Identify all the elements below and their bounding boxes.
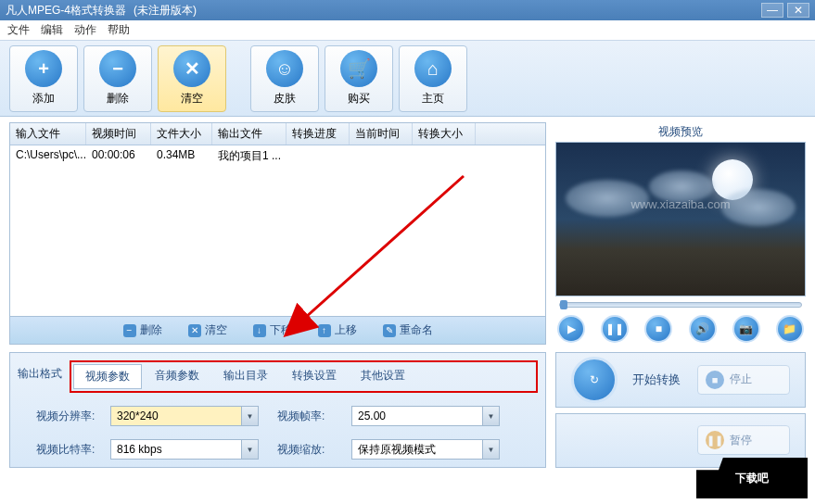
home-button[interactable]: ⌂ 主页 xyxy=(399,45,467,112)
tab-video-params[interactable]: 视频参数 xyxy=(73,364,142,389)
pause-convert-button[interactable]: ❚❚暂停 xyxy=(697,425,790,455)
clear-label: 清空 xyxy=(181,91,203,107)
pause-icon: ❚❚ xyxy=(706,431,724,449)
preview-scene: www.xiazaiba.com xyxy=(556,143,805,296)
delete-label: 删除 xyxy=(107,91,129,107)
camera-icon: 📷 xyxy=(739,322,753,335)
table-row[interactable]: C:\Users\pc\... 00:00:06 0.34MB 我的项目1 ..… xyxy=(10,145,545,167)
resolution-label: 视频分辨率: xyxy=(36,409,110,424)
skin-label: 皮肤 xyxy=(274,91,296,107)
seek-slider[interactable] xyxy=(559,302,802,308)
list-clear[interactable]: ✕清空 xyxy=(188,322,227,338)
snapshot-button[interactable]: 📷 xyxy=(732,315,760,343)
arrow-down-icon: ↓ xyxy=(253,324,266,337)
list-down[interactable]: ↓下移 xyxy=(253,322,292,338)
scale-label: 视频缩放: xyxy=(277,442,351,458)
clear-button[interactable]: ✕ 清空 xyxy=(158,45,226,112)
th-output[interactable]: 输出文件 xyxy=(212,123,287,145)
table-header: 输入文件 视频时间 文件大小 输出文件 转换进度 当前时间 转换大小 xyxy=(10,123,545,145)
home-label: 主页 xyxy=(422,91,444,107)
chevron-down-icon: ▼ xyxy=(482,440,499,459)
volume-button[interactable]: 🔊 xyxy=(689,315,717,343)
menu-action[interactable]: 动作 xyxy=(74,22,96,38)
home-icon: ⌂ xyxy=(414,50,452,87)
folder-icon: 📁 xyxy=(783,322,796,335)
buy-label: 购买 xyxy=(348,91,370,107)
speaker-icon: 🔊 xyxy=(695,322,709,335)
add-label: 添加 xyxy=(32,91,55,107)
start-row: ↻ 开始转换 ■停止 xyxy=(555,352,806,408)
play-button[interactable]: ▶ xyxy=(557,315,585,343)
framerate-dropdown[interactable]: 25.00▼ xyxy=(351,406,500,426)
close-button[interactable]: ✕ xyxy=(787,3,809,18)
smile-icon: ☺ xyxy=(266,50,303,87)
cell-duration: 00:00:06 xyxy=(86,145,151,167)
tab-convert-settings[interactable]: 转换设置 xyxy=(281,364,348,389)
x-icon: ✕ xyxy=(188,324,201,337)
skin-button[interactable]: ☺ 皮肤 xyxy=(250,45,319,112)
menu-file[interactable]: 文件 xyxy=(7,22,30,38)
bitrate-dropdown[interactable]: 816 kbps▼ xyxy=(110,439,259,460)
rename-icon: ✎ xyxy=(383,324,396,337)
framerate-label: 视频帧率: xyxy=(277,409,351,424)
resolution-dropdown[interactable]: 320*240▼ xyxy=(110,406,259,426)
bitrate-label: 视频比特率: xyxy=(36,442,110,458)
plus-icon: + xyxy=(25,50,62,87)
toolbar: + 添加 − 删除 ✕ 清空 ☺ 皮肤 🛒 购买 ⌂ 主页 xyxy=(0,41,815,117)
menu-bar: 文件 编辑 动作 帮助 xyxy=(0,20,815,41)
cell-progress xyxy=(287,145,350,167)
chevron-down-icon: ▼ xyxy=(241,407,258,425)
cell-output: 我的项目1 ... xyxy=(212,145,287,167)
preview-title: 视频预览 xyxy=(555,122,806,142)
th-curtime[interactable]: 当前时间 xyxy=(350,123,413,145)
minus-icon: − xyxy=(123,324,136,337)
minimize-button[interactable]: — xyxy=(761,3,783,18)
video-preview: www.xiazaiba.com xyxy=(555,142,806,296)
media-controls: ▶ ❚❚ ■ 🔊 📷 📁 xyxy=(555,313,806,345)
tab-audio-params[interactable]: 音频参数 xyxy=(144,364,210,389)
chevron-down-icon: ▼ xyxy=(241,440,258,459)
delete-button[interactable]: − 删除 xyxy=(83,45,152,112)
x-icon: ✕ xyxy=(173,50,210,87)
list-actions: −删除 ✕清空 ↓下移 ↑上移 ✎重命名 xyxy=(9,317,546,345)
cart-icon: 🛒 xyxy=(340,50,377,87)
th-progress[interactable]: 转换进度 xyxy=(287,123,350,145)
tab-output-dir[interactable]: 输出目录 xyxy=(212,364,279,389)
buy-button[interactable]: 🛒 购买 xyxy=(325,45,393,112)
cell-convsize xyxy=(413,145,476,167)
cloud-graphic xyxy=(721,189,796,226)
file-table: 输入文件 视频时间 文件大小 输出文件 转换进度 当前时间 转换大小 C:\Us… xyxy=(9,122,546,317)
list-rename[interactable]: ✎重命名 xyxy=(383,322,433,338)
scale-dropdown[interactable]: 保持原视频模式▼ xyxy=(351,439,500,460)
preview-watermark: www.xiazaiba.com xyxy=(631,197,731,211)
pause-icon: ❚❚ xyxy=(605,322,624,335)
settings-tabs: 视频参数 音频参数 输出目录 转换设置 其他设置 xyxy=(70,360,538,393)
menu-edit[interactable]: 编辑 xyxy=(41,22,63,38)
th-convsize[interactable]: 转换大小 xyxy=(413,123,476,145)
th-input[interactable]: 输入文件 xyxy=(10,123,86,145)
chevron-down-icon: ▼ xyxy=(482,407,499,425)
pause-button[interactable]: ❚❚ xyxy=(601,315,629,343)
folder-button[interactable]: 📁 xyxy=(776,315,804,343)
play-icon: ▶ xyxy=(567,322,576,335)
output-format-label: 输出格式 xyxy=(18,366,62,382)
stop-convert-button[interactable]: ■停止 xyxy=(697,365,790,395)
add-button[interactable]: + 添加 xyxy=(9,45,78,112)
cell-input: C:\Users\pc\... xyxy=(10,145,86,167)
cell-size: 0.34MB xyxy=(151,145,212,167)
th-duration[interactable]: 视频时间 xyxy=(86,123,151,145)
settings-panel: 输出格式 视频参数 音频参数 输出目录 转换设置 其他设置 视频分辨率: 320… xyxy=(9,352,546,468)
version-note: (未注册版本) xyxy=(134,3,197,19)
tab-other-settings[interactable]: 其他设置 xyxy=(350,364,416,389)
slider-thumb[interactable] xyxy=(560,300,567,309)
menu-help[interactable]: 帮助 xyxy=(108,22,130,38)
app-name: 凡人MPEG-4格式转换器 xyxy=(6,3,126,19)
th-size[interactable]: 文件大小 xyxy=(151,123,212,145)
stop-button[interactable]: ■ xyxy=(644,315,672,343)
list-delete[interactable]: −删除 xyxy=(123,322,162,338)
stop-icon: ■ xyxy=(706,371,724,389)
title-bar: 凡人MPEG-4格式转换器 (未注册版本) — ✕ xyxy=(0,0,815,20)
start-convert-button[interactable]: ↻ xyxy=(571,357,618,403)
minus-icon: − xyxy=(99,50,136,87)
list-up[interactable]: ↑上移 xyxy=(318,322,357,338)
